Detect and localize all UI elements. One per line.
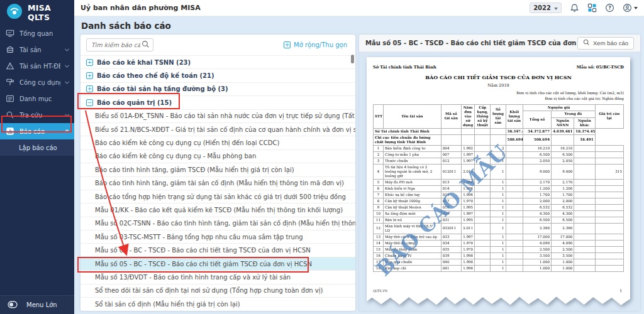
year-selector[interactable]: 2022 — [530, 3, 562, 13]
report-row-label: Báo cáo kiểm kê công cụ dụng cụ (Hiển th… — [95, 139, 279, 146]
report-item-row[interactable]: Mẫu số 13/ĐVDT - Báo cáo tình hình trang… — [80, 270, 355, 283]
chevron-down-icon — [65, 46, 69, 51]
chevron-down-icon — [65, 63, 69, 67]
report-category-row[interactable]: −Báo cáo quản trị (15) — [80, 95, 355, 109]
report-unit-note-1: Đơn vị tính cho các cột số lượng, khối l… — [516, 91, 624, 95]
report-unit-note-2: Đơn vị tính cho các cột giá trị: Nghìn đ… — [545, 97, 625, 100]
report-row-label: Mẫu số 03-TSC-MSTT - Bảng tổng hợp nhu c… — [95, 234, 303, 241]
report-page: Sở Tài chính tỉnh Thái Bình Mẫu số: 05/B… — [367, 57, 630, 308]
report-asset-row: 13Máy thử cách điện trở cao áp0331.99711… — [374, 234, 624, 240]
report-row-label: Sổ theo dõi tài sản cố định tại nơi sử d… — [95, 287, 323, 294]
report-title: BÁO CÁO CHI TIẾT GIẢM TSCĐ CỦA ĐƠN VỊ HC… — [367, 74, 630, 80]
sidebar-item[interactable]: Danh mục — [0, 90, 74, 107]
report-row-label: Mẫu số 13/ĐVDT - Báo cáo tình hình trang… — [95, 274, 291, 281]
report-icon — [6, 127, 14, 136]
report-list: +Báo cáo kê khai TSNN (23)+Báo cáo theo … — [80, 55, 355, 311]
chevron-up-icon — [65, 129, 69, 133]
report-asset-row: 12Màn hình máy vi tính 18.5" LD0320112.0… — [374, 223, 624, 234]
list-toolbar: + Mở rộng/Thu gọn — [80, 35, 355, 55]
sidebar-item[interactable]: Tra cứu — [0, 107, 74, 123]
tools-icon — [6, 78, 14, 87]
expand-icon[interactable]: + — [86, 72, 93, 79]
report-page-number: 1 — [619, 288, 622, 293]
expand-collapse-toggle[interactable]: + Mở rộng/Thu gọn — [284, 41, 350, 48]
report-item-row[interactable]: Báo cáo tổng hợp hiện trạng sử dụng tài … — [80, 190, 355, 203]
report-asset-row: 2Công tơ mẫu 1 pha0071.99716.5006.500 — [374, 151, 624, 158]
lookup-icon — [6, 111, 14, 119]
report-asset-row: 7Khúc xạ kế cầm tay0151.99411.7001.700 — [374, 192, 624, 198]
report-preview-panel: Mẫu số 05 - BC - TSCĐ - Báo cáo chi tiết… — [359, 35, 640, 311]
report-row-label: Mẫu số 02C-TSNN - Báo cáo tình hình tăng… — [95, 220, 355, 227]
sidebar: MISA QLTS Tổng quanTài sảnTài sản HT-ĐBC… — [0, 0, 74, 314]
report-row-label: Mẫu 01/KK - Báo cáo kết quả kiểm kê TSCĐ… — [95, 207, 343, 214]
report-item-row[interactable]: Biểu số 21.N/BCS-XĐĐT - Giá trị tài sản … — [80, 122, 355, 136]
report-group-row: Chi cục tiêu chuẩn đo lường chất lượng t… — [374, 134, 624, 145]
report-item-row[interactable]: Sổ tài sản cố định (Mẫu hiển thị giá trị… — [80, 297, 355, 310]
sidebar-item[interactable]: Tài sản — [0, 41, 74, 58]
category-icon — [6, 94, 14, 103]
search-icon[interactable] — [142, 39, 150, 51]
menu-size-toggle[interactable]: Menu Lớn — [0, 295, 74, 314]
report-row-label: Mẫu số 04 - BC - TSCĐ - Báo cáo chi tiết… — [95, 247, 311, 254]
account-menu[interactable] — [623, 3, 638, 13]
report-row-label: Báo cáo kê khai TSNN (23) — [97, 59, 191, 66]
report-asset-row: 5Máy đo PH mét0131.99412.1702.170 — [374, 179, 624, 185]
report-category-row[interactable]: +Báo cáo theo chế độ kế toán (21) — [80, 68, 355, 82]
report-org: Sở Tài chính tỉnh Thái Bình — [373, 65, 436, 70]
report-asset-row: 15Máy đo thủy phần0351.97012.5002.500 — [374, 246, 624, 252]
report-row-label: Báo cáo tổng hợp hiện trạng sử dụng tài … — [95, 193, 346, 200]
apps-grid-icon[interactable] — [587, 3, 597, 13]
sidebar-nav: Tổng quanTài sảnTài sản HT-ĐBCông cụ dụn… — [0, 25, 74, 139]
sidebar-item[interactable]: Báo cáo — [0, 123, 74, 139]
report-asset-row: 4Tủ tài liệu 4 buồng có 2 buồng ngoài là… — [374, 164, 624, 179]
sidebar-item[interactable]: Công cụ dụng cụ — [0, 74, 74, 90]
report-item-row[interactable]: Báo cáo tình hình tăng, giảm tài sản cố … — [80, 176, 355, 190]
report-asset-row: 6Kính hiển vi Nga0141.99411.2001.200 — [374, 185, 624, 192]
report-item-row[interactable]: Mẫu số 02C-TSNN - Báo cáo tình hình tăng… — [80, 217, 355, 230]
report-asset-row: 9Cân kỹ thuật Meden0181.99516.5326.532 — [374, 204, 624, 210]
report-category-row[interactable]: +Báo cáo tài sản hạ tầng đường bộ (3) — [80, 82, 355, 95]
view-report-button[interactable]: Xem báo cáo — [577, 37, 634, 50]
collapse-icon[interactable]: − — [86, 99, 93, 106]
report-row-label: Sổ tài sản cố định (Mẫu hiển thị giá trị… — [95, 301, 240, 308]
org-title: Uỷ ban nhân dân phường MISA — [80, 4, 201, 12]
report-row-label: Biểu số 01A-ĐK_TSNN - Báo cáo tài sản nh… — [95, 112, 355, 119]
expand-icon[interactable]: + — [86, 85, 93, 92]
help-icon[interactable]: ? — [605, 3, 614, 13]
misa-logo-icon — [6, 3, 23, 22]
report-footer-brand: QLTS.VN — [373, 289, 387, 293]
report-category-row[interactable]: +Báo cáo kê khai TSNN (23) — [80, 55, 355, 68]
chevron-down-icon — [65, 79, 69, 84]
app-logo[interactable]: MISA QLTS — [0, 0, 74, 25]
report-item-row[interactable]: Mẫu số 03-TSC-MSTT - Bảng tổng hợp nhu c… — [80, 230, 355, 243]
report-group-row: Sở Tài chính tỉnh Thái Bình38.347.47834.… — [374, 128, 624, 134]
expand-icon[interactable]: + — [86, 59, 93, 66]
report-row-label: Báo cáo tài sản hạ tầng đường bộ (3) — [97, 85, 228, 92]
menu-toggle-icon — [8, 301, 18, 310]
chevron-down-icon — [65, 112, 69, 116]
year-spinner-icon[interactable] — [554, 6, 558, 10]
report-search[interactable] — [86, 38, 153, 51]
page-title: Danh sách báo cáo — [81, 21, 171, 31]
report-item-row[interactable]: Sổ theo dõi tài sản cố định tại nơi sử d… — [80, 284, 355, 297]
report-item-row[interactable]: Mẫu 01/KK - Báo cáo kết quả kiểm kê TSCĐ… — [80, 203, 355, 216]
report-asset-row: 11Bàn bi nõ0311.99516.5006.500 — [374, 217, 624, 223]
chevron-down-icon — [634, 7, 638, 9]
report-item-row[interactable]: Mẫu số 05 - BC - TSCĐ - Báo cáo chi tiết… — [80, 257, 355, 270]
report-item-row[interactable]: Mẫu số 04 - BC - TSCĐ - Báo cáo chi tiết… — [80, 243, 355, 256]
scrollbar-thumb[interactable] — [351, 55, 354, 63]
sidebar-item[interactable]: Tổng quan — [0, 25, 74, 41]
report-asset-row: 14Máy thử độ cứng0341.97014.0904.090 — [374, 240, 624, 246]
report-item-row[interactable]: Biểu số 01A-ĐK_TSNN - Báo cáo tài sản nh… — [80, 109, 355, 122]
search-input[interactable] — [90, 41, 142, 49]
report-item-row[interactable]: Báo cáo tình hình tăng, giảm TSCĐ (Mẫu h… — [80, 163, 355, 176]
report-item-row[interactable]: Báo cáo kiểm kê công cụ dụng cụ (Hiển th… — [80, 136, 355, 149]
report-row-label: Biểu số 21.N/BCS-XĐĐT - Giá trị tài sản … — [95, 126, 355, 133]
report-row-label: Báo cáo tình hình tăng, giảm tài sản cố … — [95, 180, 344, 187]
sidebar-item[interactable]: Tài sản HT-ĐB — [0, 58, 74, 74]
overview-icon — [6, 29, 14, 38]
report-asset-row: 17Hộp quả chuẩn0401.99811.0001.000 — [374, 259, 624, 265]
sidebar-subitem-lap-bao-cao[interactable]: Lập báo cáo — [0, 139, 74, 156]
notifications-bell-icon[interactable] — [570, 3, 579, 13]
report-item-row[interactable]: Báo cáo kiểm kê công cụ dụng cụ - Mẫu ph… — [80, 149, 355, 163]
